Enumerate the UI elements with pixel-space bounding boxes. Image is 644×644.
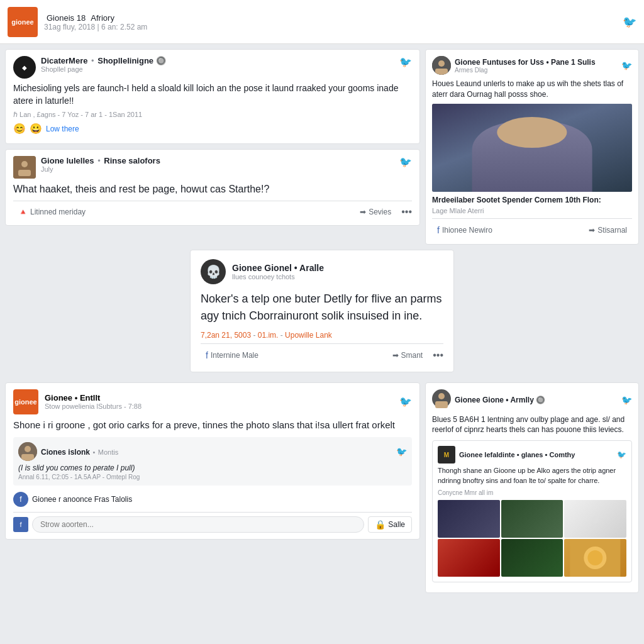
- share-label-2: Sevies: [369, 208, 391, 216]
- share-btn-2[interactable]: ➡ Sevies: [355, 205, 396, 219]
- like-icon-2: 🔺: [18, 208, 28, 216]
- bottom-right-name: Gionee Gione • Armlly 🔘: [455, 396, 621, 404]
- right-card-body: Houes Leaund unlerls to make ap us wih t…: [432, 79, 632, 100]
- right-card-action2-label: Stisarnal: [597, 226, 627, 235]
- right-card-img-inner: [432, 104, 632, 192]
- like-label-2: Litinned meriday: [30, 208, 86, 216]
- right-card-bird-icon: 🐦: [621, 60, 632, 70]
- nested-comment-time: Annal 6.11, C2:05 - 1A.5A AP - Omtepl Ro…: [18, 474, 407, 480]
- bottom-right-bird-icon: 🐦: [621, 395, 632, 405]
- top-bar-info: Gioneis 18 Afriory 31ag fluy, 2018 | 6 a…: [44, 12, 147, 31]
- salle-label: Salle: [388, 520, 405, 529]
- svg-rect-8: [21, 454, 34, 461]
- photo-cell-2: [501, 500, 564, 538]
- post-body-2: What haaket, theis and rest be page, how…: [13, 182, 412, 196]
- comment-input-icon: f: [13, 517, 28, 532]
- right-card-action-1[interactable]: f Ihionee Newiro: [432, 223, 497, 238]
- center-post-sub: llues counoey tchots: [232, 273, 324, 280]
- center-post-link: 7,2an 21, 5003 - 01.im. - Upowille Lank: [201, 331, 443, 340]
- post-header-1: ◆ DicaterMere • Shopllelinigne 🔘 Shoplle…: [13, 56, 412, 79]
- top-bar-bird-icon: 🐦: [623, 15, 636, 29]
- svg-rect-5: [435, 69, 448, 75]
- post-bird-icon-2: 🐦: [399, 156, 412, 168]
- photo-cell-6: [564, 539, 626, 577]
- nested-right-card: M Gionee lefaldinte • glanes • Comthy 🐦 …: [432, 440, 632, 582]
- bottom-right-card: Gionee Gione • Armlly 🔘 🐦 Blues 5 BA6H 1…: [425, 382, 639, 593]
- post-meta-2: Gione lulelles • Rinse salofors July: [41, 156, 399, 173]
- post-sub-1: Shopllel page: [41, 65, 399, 73]
- post-card-2: Gione lulelles • Rinse salofors July 🐦 W…: [5, 149, 420, 225]
- photo-cell-1: [438, 500, 500, 538]
- bottom-left-header: gionee Gionee • Entllt Stow powelienia l…: [13, 389, 412, 414]
- announce-icon: f: [13, 492, 28, 507]
- center-post-meta: Gionee Gionel • Aralle llues counoey tch…: [232, 263, 324, 280]
- nested-right-name: Gionee lefaldinte • glanes • Comthy: [459, 451, 617, 458]
- photo-cell-4: [438, 539, 500, 577]
- post-avatar-1: ◆: [13, 56, 36, 79]
- bottom-left-body: Shone i ri groone , got orio carks for a…: [13, 418, 412, 433]
- fb-icon-right: f: [437, 225, 440, 235]
- nested-comment-header: Ciones islonk • Montis 🐦: [18, 442, 407, 461]
- share-icon-2: ➡: [360, 208, 366, 216]
- bottom-right-avatar-wrap: [432, 389, 451, 411]
- photo-cell-3: [564, 500, 626, 538]
- nested-right-sub: Conycne Mmr all im: [438, 489, 626, 496]
- bottom-left-name: Gionee • Entllt: [45, 393, 142, 402]
- top-bar-time: 31ag fluy, 2018 | 6 an: 2.52 am: [44, 23, 147, 31]
- announce-text: Gionee r anoonce Fras Talolis: [32, 495, 132, 504]
- svg-point-1: [21, 161, 28, 167]
- like-btn-2[interactable]: 🔺 Litinned meriday: [13, 205, 91, 219]
- action-bar-2: 🔺 Litinned meriday ➡ Sevies •••: [13, 201, 412, 219]
- top-bar: gionee Gioneis 18 Afriory 31ag fluy, 201…: [0, 0, 644, 44]
- fb-icon-center: f: [206, 350, 208, 360]
- svg-point-4: [438, 60, 445, 67]
- brand-avatar: gionee: [8, 7, 38, 37]
- person-head: [497, 117, 567, 148]
- center-action2-label: Smant: [401, 351, 423, 360]
- post-header-2: Gione lulelles • Rinse salofors July 🐦: [13, 156, 412, 179]
- bottom-left-sub: Stow powelienia lSubturs - 7:88: [45, 402, 142, 410]
- salle-icon: 🔒: [375, 519, 386, 530]
- post-body-1: Michesioling yels are faunch-I held a sl…: [13, 82, 412, 107]
- right-card-sub-text: Armes Dlag: [455, 67, 621, 74]
- right-card-image: [432, 104, 632, 192]
- center-action-1[interactable]: f Internine Male: [201, 348, 264, 363]
- right-card-header: Gionee Funtuses for Uss • Pane 1 Sulis A…: [432, 56, 632, 75]
- nested-right-header: M Gionee lefaldinte • glanes • Comthy 🐦: [438, 446, 626, 464]
- bottom-left-post: gionee Gionee • Entllt Stow powelienia l…: [5, 382, 420, 540]
- center-dots-btn[interactable]: •••: [433, 350, 443, 361]
- center-action-2[interactable]: ➡ Smant: [387, 348, 428, 362]
- avatar-icon-1: ◆: [22, 64, 27, 71]
- right-card-avatar: [432, 56, 451, 75]
- bottom-left-bird-icon: 🐦: [399, 396, 412, 408]
- photo-grid: [438, 500, 626, 577]
- nested-comment-meta: Ciones islonk • Montis: [41, 446, 118, 457]
- reaction-emoji-1: 😊: [13, 123, 26, 135]
- post-card-1: ◆ DicaterMere • Shopllelinigne 🔘 Shoplle…: [5, 49, 420, 144]
- right-card-action-bar: f Ihionee Newiro ➡ Stisarnal: [432, 218, 632, 238]
- comment-input[interactable]: [32, 516, 364, 533]
- right-card-action-2[interactable]: ➡ Stisarnal: [584, 223, 632, 237]
- comment-input-bar: f 🔒 Salle: [13, 512, 412, 533]
- right-card-sub2: Lage Mlale Aterri: [432, 207, 632, 214]
- nested-right-meta: Gionee lefaldinte • glanes • Comthy: [459, 451, 617, 458]
- reaction-emoji-2: 😀: [30, 123, 42, 135]
- svg-point-10: [438, 393, 445, 399]
- nested-comment: Ciones islonk • Montis 🐦 (I is slid you …: [13, 437, 412, 486]
- post-meta-1: DicaterMere • Shopllelinigne 🔘 Shopllel …: [41, 56, 399, 73]
- center-post-avatar: 💀: [201, 259, 226, 284]
- right-card: Gionee Funtuses for Uss • Pane 1 Sulis A…: [425, 49, 639, 245]
- center-post-body: Noker's a telp one buter Detlly for fliv…: [201, 291, 443, 325]
- post-bird-icon-1: 🐦: [399, 56, 412, 68]
- post-reaction-1: 😊 😀 Low there: [13, 123, 412, 135]
- post-meta-text-1: ℏ Lan , £agns - 7 Yoz - 7 ar 1 - 1San 20…: [13, 111, 412, 119]
- share-icon-center: ➡: [392, 351, 399, 360]
- announce-bar: f Gionee r anoonce Fras Talolis: [13, 489, 412, 509]
- dots-btn-2[interactable]: •••: [401, 206, 412, 218]
- salle-button[interactable]: 🔒 Salle: [368, 516, 412, 533]
- nested-comment-avatar: [18, 442, 37, 461]
- photo-cell-5: [501, 539, 564, 577]
- bottom-right-header: Gionee Gione • Armlly 🔘 🐦: [432, 389, 632, 411]
- skull-icon: 💀: [206, 264, 221, 279]
- svg-point-14: [588, 550, 603, 565]
